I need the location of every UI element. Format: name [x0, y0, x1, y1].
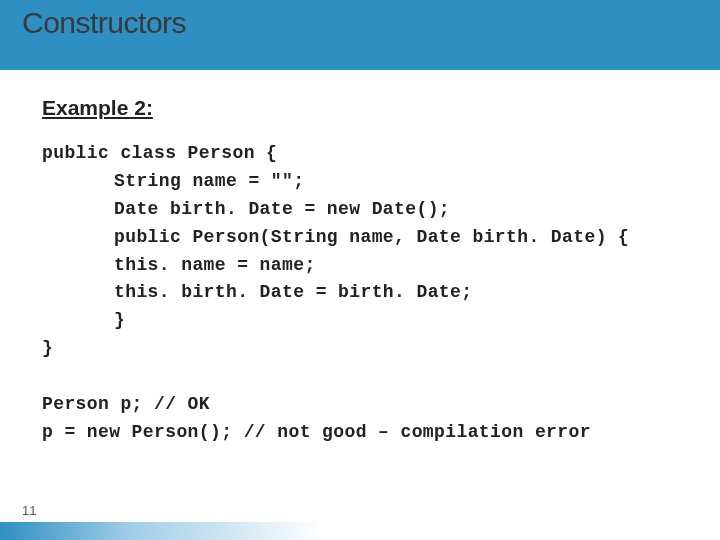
header-bar: Constructors: [0, 0, 720, 70]
code-line: }: [114, 310, 125, 330]
code-line: public class Person {: [42, 143, 277, 163]
footer-bar: [0, 522, 720, 540]
code-line: Date birth. Date = new Date();: [114, 199, 450, 219]
code-line: this. name = name;: [114, 255, 316, 275]
code-line: }: [42, 338, 53, 358]
code-line: Person p; // OK: [42, 394, 210, 414]
code-line: public Person(String name, Date birth. D…: [114, 227, 629, 247]
code-line: this. birth. Date = birth. Date;: [114, 282, 472, 302]
code-block: public class Person { String name = ""; …: [42, 140, 700, 447]
slide-content: Example 2: public class Person { String …: [0, 70, 720, 447]
code-line: p = new Person(); // not good – compilat…: [42, 422, 591, 442]
example-heading: Example 2:: [42, 96, 700, 120]
code-line: String name = "";: [114, 171, 304, 191]
slide-title: Constructors: [22, 6, 186, 40]
page-number: 11: [22, 503, 36, 518]
